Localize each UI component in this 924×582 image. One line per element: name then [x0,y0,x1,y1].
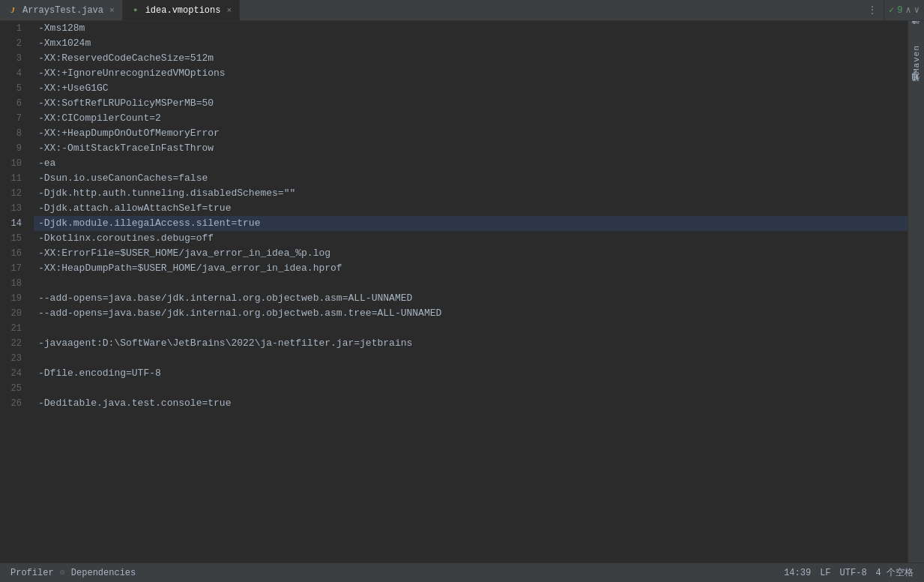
code-line-23[interactable] [34,351,908,366]
line-number-3: 3 [0,51,28,66]
right-toolbar-notification-item[interactable]: 通知 [911,81,922,94]
code-line-26[interactable]: -Deditable.java.test.console=true [34,396,908,411]
code-line-11[interactable]: -Dsun.io.useCanonCaches=false [34,171,908,186]
line-number-4: 4 [0,66,28,81]
line-number-5: 5 [0,81,28,96]
line-number-16: 16 [0,246,28,261]
line-number-2: 2 [0,36,28,51]
code-line-17[interactable]: -XX:HeapDumpPath=$USER_HOME/java_error_i… [34,261,908,276]
status-divider: ⊙ [60,567,65,578]
right-side-toolbar: 滚动 Maven 通知 [908,21,924,562]
java-file-icon: J [7,5,18,16]
line-separator[interactable]: LF [815,568,835,578]
line-number-6: 6 [0,96,28,111]
line-number-8: 8 [0,126,28,141]
editor-top-right-bar: ✓ 9 ∧ ∨ [884,0,924,21]
code-line-20[interactable]: --add-opens=java.base/jdk.internal.org.o… [34,306,908,321]
code-line-7[interactable]: -XX:CICompilerCount=2 [34,111,908,126]
status-bar: Profiler ⊙ Dependencies 14:39 LF UTF-8 4… [0,562,924,582]
tab-bar: J ArraysTest.java × ● idea.vmoptions × ⋮… [0,0,924,21]
tab-label: ArraysTest.java [22,5,103,16]
line-number-1: 1 [0,21,28,36]
vmoptions-file-icon: ● [130,5,141,16]
navigate-down-button[interactable]: ∨ [914,4,920,16]
tab-bar-actions: ⋮ [864,2,884,18]
code-line-9[interactable]: -XX:-OmitStackTraceInFastThrow [34,141,908,156]
profiler-status-item[interactable]: Profiler [6,568,58,578]
line-number-20: 20 [0,306,28,321]
code-line-25[interactable] [34,381,908,396]
line-number-7: 7 [0,111,28,126]
tab-arrays-test[interactable]: J ArraysTest.java × [0,0,123,20]
line-number-18: 18 [0,276,28,291]
warning-count[interactable]: 9 [897,5,902,16]
indent-setting[interactable]: 4 个空格 [872,566,918,579]
line-numbers-gutter: 1234567891011121314151617181920212223242… [0,21,34,562]
code-line-16[interactable]: -XX:ErrorFile=$USER_HOME/java_error_in_i… [34,246,908,261]
line-number-17: 17 [0,261,28,276]
navigate-up-button[interactable]: ∧ [906,4,911,16]
dependencies-status-item[interactable]: Dependencies [67,568,140,578]
code-line-19[interactable]: --add-opens=java.base/jdk.internal.org.o… [34,291,908,306]
code-editor[interactable]: -Xms128m-Xmx1024m-XX:ReservedCodeCacheSi… [34,21,908,562]
line-number-14: 14 [0,216,28,231]
line-number-9: 9 [0,141,28,156]
line-number-13: 13 [0,201,28,216]
code-line-2[interactable]: -Xmx1024m [34,36,908,51]
code-line-6[interactable]: -XX:SoftRefLRUPolicyMSPerMB=50 [34,96,908,111]
code-line-21[interactable] [34,321,908,336]
tab-close-button[interactable]: × [226,6,232,15]
line-number-12: 12 [0,186,28,201]
code-line-4[interactable]: -XX:+IgnoreUnrecognizedVMOptions [34,66,908,81]
tab-more-actions-button[interactable]: ⋮ [864,2,881,18]
code-line-15[interactable]: -Dkotlinx.coroutines.debug=off [34,231,908,246]
line-number-19: 19 [0,291,28,306]
code-line-18[interactable] [34,276,908,291]
line-number-24: 24 [0,366,28,381]
cursor-position[interactable]: 14:39 [779,568,815,578]
tab-idea-vmoptions[interactable]: ● idea.vmoptions × [123,0,240,20]
line-number-21: 21 [0,321,28,336]
code-line-8[interactable]: -XX:+HeapDumpOnOutOfMemoryError [34,126,908,141]
code-line-3[interactable]: -XX:ReservedCodeCacheSize=512m [34,51,908,66]
tab-close-button[interactable]: × [109,6,115,15]
code-line-1[interactable]: -Xms128m [34,21,908,36]
code-line-12[interactable]: -Djdk.http.auth.tunneling.disabledScheme… [34,186,908,201]
editor-area: 1234567891011121314151617181920212223242… [0,21,924,562]
code-line-14[interactable]: -Djdk.module.illegalAccess.silent=true [34,216,908,231]
right-toolbar-maven-item[interactable]: Maven [912,39,921,80]
file-encoding[interactable]: UTF-8 [836,568,872,578]
code-line-24[interactable]: -Dfile.encoding=UTF-8 [34,366,908,381]
line-number-26: 26 [0,396,28,411]
line-number-10: 10 [0,156,28,171]
line-number-25: 25 [0,381,28,396]
code-line-13[interactable]: -Djdk.attach.allowAttachSelf=true [34,201,908,216]
line-number-22: 22 [0,336,28,351]
line-number-11: 11 [0,171,28,186]
code-line-22[interactable]: -javaagent:D:\SoftWare\JetBrains\2022\ja… [34,336,908,351]
right-toolbar-scroll-item[interactable]: 滚动 [911,24,922,38]
status-right-section: 14:39 LF UTF-8 4 个空格 [779,566,918,579]
code-line-10[interactable]: -ea [34,156,908,171]
checkmark-icon: ✓ [889,4,894,16]
code-line-5[interactable]: -XX:+UseG1GC [34,81,908,96]
line-number-15: 15 [0,231,28,246]
tab-label: idea.vmoptions [145,5,221,16]
line-number-23: 23 [0,351,28,366]
